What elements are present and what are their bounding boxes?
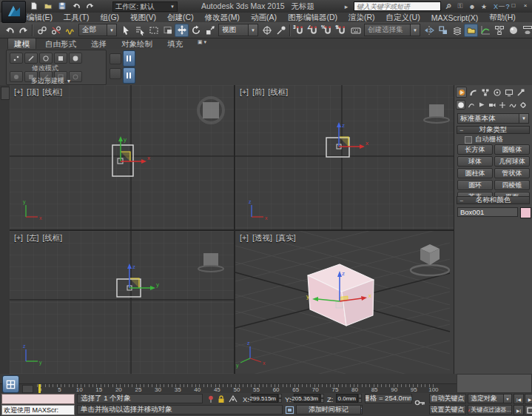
angle-snap-toggle[interactable]: ∠ bbox=[306, 24, 320, 37]
key-selection-dropdown[interactable]: 选定对象 ▼ bbox=[468, 394, 512, 403]
viewport-perspective[interactable]: z x y z x y [+] [透视] [真实] bbox=[235, 231, 454, 374]
render-setup-button[interactable] bbox=[520, 24, 532, 37]
y-spinner[interactable] bbox=[320, 394, 324, 403]
sign-in-icon[interactable]: ☻ bbox=[468, 3, 477, 10]
menu-item[interactable]: 组(G) bbox=[100, 13, 119, 23]
polygon-mode-button[interactable] bbox=[54, 53, 67, 64]
helpers-icon[interactable] bbox=[497, 100, 507, 110]
viewport-menu-shading[interactable]: [真实] bbox=[276, 233, 296, 244]
minimize-button[interactable]: — bbox=[496, 1, 507, 10]
maximize-button[interactable]: □ bbox=[508, 1, 519, 10]
open-file-icon[interactable] bbox=[42, 1, 54, 11]
window-crossing-toggle[interactable] bbox=[161, 24, 175, 37]
ribbon-collapse-up-button[interactable] bbox=[110, 53, 121, 64]
edge-mode-button[interactable] bbox=[24, 53, 38, 64]
close-button[interactable]: × bbox=[520, 1, 531, 10]
shapes-icon[interactable] bbox=[466, 100, 476, 110]
x-coordinate-field[interactable]: -299.515m bbox=[252, 394, 278, 403]
snaps-toggle-3d[interactable]: 3 bbox=[292, 24, 306, 37]
set-key-button[interactable]: 设置关键点 bbox=[429, 405, 466, 415]
select-and-scale-button[interactable] bbox=[203, 24, 217, 37]
viewport-menu-general[interactable]: [+] bbox=[14, 233, 23, 244]
maxscript-mini-listener-white[interactable]: 欢迎使用 MAXScr: bbox=[1, 405, 75, 415]
menu-item[interactable]: MAXScript(X) bbox=[431, 13, 479, 22]
viewport-layout-tab-bar[interactable] bbox=[0, 85, 10, 374]
menu-item[interactable]: 创建(C) bbox=[167, 13, 194, 23]
help-search-input[interactable] bbox=[354, 1, 441, 11]
modify-tab[interactable] bbox=[468, 87, 479, 98]
primitive-button[interactable]: 圆锥体 bbox=[494, 144, 530, 155]
ribbon-config-icon[interactable]: ▣ ▾ bbox=[192, 38, 212, 49]
viewport-menu-general[interactable]: [+] bbox=[14, 87, 23, 98]
set-keys-key-icon[interactable] bbox=[414, 397, 426, 409]
add-time-tag-button[interactable]: 添加时间标记 bbox=[296, 405, 361, 415]
viewport-layout-button[interactable] bbox=[2, 375, 19, 393]
menu-item[interactable]: 图形编辑器(D) bbox=[288, 13, 337, 23]
primitive-button[interactable]: 几何球体 bbox=[494, 156, 530, 167]
z-spinner[interactable] bbox=[358, 394, 362, 403]
gizmo-center-handle[interactable] bbox=[336, 301, 343, 308]
key-icon[interactable]: ⚿ bbox=[456, 2, 465, 10]
space-warps-icon[interactable] bbox=[508, 100, 517, 110]
select-object-button[interactable] bbox=[118, 24, 132, 37]
menu-item[interactable]: 自定义(U) bbox=[386, 13, 420, 23]
object-type-rollout-header[interactable]: − 对象类型 bbox=[457, 126, 530, 134]
utilities-tab[interactable] bbox=[515, 87, 526, 98]
material-editor-button[interactable] bbox=[506, 24, 520, 37]
new-file-icon[interactable] bbox=[28, 1, 40, 11]
bind-to-space-warp-icon[interactable] bbox=[63, 24, 77, 37]
search-icon[interactable]: 🔎︎ bbox=[444, 3, 453, 10]
select-by-name-button[interactable] bbox=[132, 24, 147, 37]
undo-icon[interactable] bbox=[70, 1, 82, 11]
selection-lock-toggle[interactable] bbox=[217, 395, 226, 405]
search-expand-icon[interactable]: ▸ bbox=[342, 3, 351, 10]
select-and-manipulate-button[interactable] bbox=[274, 24, 288, 37]
name-color-rollout-header[interactable]: − 名称和颜色 bbox=[457, 196, 530, 204]
primitive-button[interactable]: 圆柱体 bbox=[457, 168, 493, 178]
undo-button[interactable] bbox=[2, 24, 16, 37]
primitive-button[interactable]: 圆环 bbox=[457, 180, 493, 190]
viewport-menu-pov[interactable]: [透视] bbox=[252, 233, 272, 244]
menu-item[interactable]: 修改器(M) bbox=[205, 13, 240, 23]
rectangular-selection-region-button[interactable] bbox=[147, 24, 161, 37]
viewport-menu-pov[interactable]: [前] bbox=[252, 87, 264, 98]
offset-mode-toggle[interactable] bbox=[285, 406, 294, 416]
viewport-menu-shading[interactable]: [线框] bbox=[268, 87, 288, 98]
systems-icon[interactable] bbox=[518, 100, 528, 110]
object-name-field[interactable]: Box001 bbox=[457, 207, 518, 217]
primitive-category-dropdown[interactable]: 标准基本体 ▼ bbox=[457, 113, 529, 124]
go-to-end-button[interactable]: ▶| bbox=[514, 405, 524, 415]
z-coordinate-field[interactable]: 0.0mm bbox=[336, 394, 358, 403]
curve-editor-button[interactable] bbox=[478, 24, 492, 37]
motion-tab[interactable] bbox=[491, 87, 502, 98]
auto-key-button[interactable]: 自动关键点 bbox=[429, 394, 466, 403]
select-and-rotate-button[interactable] bbox=[189, 24, 203, 37]
ribbon-collapse-down-button[interactable] bbox=[110, 68, 121, 79]
menu-item[interactable]: 视图(V) bbox=[130, 13, 156, 23]
ribbon-tab-populate[interactable]: 填充 bbox=[161, 38, 189, 49]
vertex-mode-button[interactable] bbox=[10, 53, 23, 64]
selection-filter-dropdown[interactable]: 全部 ▼ bbox=[78, 24, 117, 36]
workspace-dropdown[interactable]: 工作区: 默认 ▼ bbox=[112, 1, 178, 12]
redo-icon[interactable] bbox=[84, 1, 96, 11]
hierarchy-tab[interactable] bbox=[479, 87, 491, 98]
viewport-menu-general[interactable]: [+] bbox=[240, 87, 249, 98]
select-and-move-button[interactable] bbox=[175, 24, 189, 37]
menu-item[interactable]: 动画(A) bbox=[251, 13, 277, 23]
spinner-snap-toggle[interactable]: ⇅ bbox=[334, 24, 349, 37]
viewport-menu-pov[interactable]: [左] bbox=[27, 233, 38, 244]
primitive-button[interactable]: 四棱锥 bbox=[494, 180, 530, 190]
viewport-menu-general[interactable]: [+] bbox=[240, 233, 249, 244]
menu-item[interactable]: 工具(T) bbox=[64, 13, 89, 23]
maximize-viewport-toggle[interactable] bbox=[525, 405, 532, 415]
viewport-menu-shading[interactable]: [线框] bbox=[42, 233, 62, 244]
align-button[interactable] bbox=[436, 24, 450, 37]
absolute-mode-transform-icon[interactable] bbox=[228, 395, 238, 405]
cameras-icon[interactable] bbox=[487, 100, 496, 110]
preview-subobject-button-1[interactable] bbox=[10, 71, 23, 82]
max-logo[interactable] bbox=[1, 1, 26, 23]
use-pivot-point-center-button[interactable] bbox=[260, 24, 274, 37]
ribbon-tab-object-paint[interactable]: 对象绘制 bbox=[115, 38, 158, 49]
save-file-icon[interactable] bbox=[56, 1, 68, 11]
viewport-menu-pov[interactable]: [顶] bbox=[27, 87, 38, 98]
